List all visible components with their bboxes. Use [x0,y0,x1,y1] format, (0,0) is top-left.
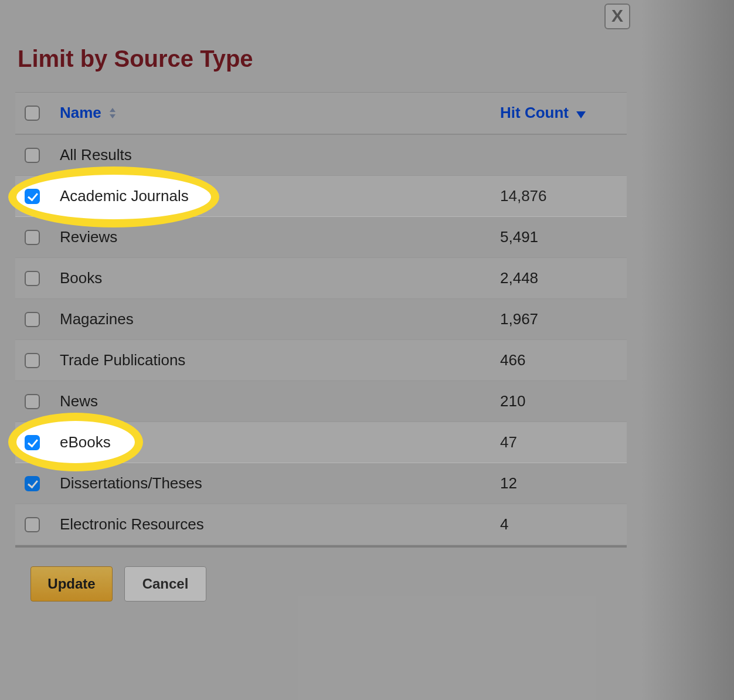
modal-title: Limit by Source Type [0,0,642,92]
column-header-name[interactable]: Name [60,104,500,123]
row-checkbox[interactable] [25,394,40,409]
row-hit-count: 2,448 [500,269,617,287]
row-hit-count: 14,876 [500,187,617,205]
source-type-modal: X Limit by Source Type Name Hit Count Al… [0,0,642,637]
row-hit-count: 47 [500,433,617,451]
row-checkbox[interactable] [25,312,40,327]
sort-both-icon [109,104,116,123]
table-row: Electronic Resources4 [15,504,627,545]
column-header-name-label: Name [60,104,101,121]
row-checkbox[interactable] [25,353,40,368]
row-name: All Results [60,146,500,164]
row-name: Reviews [60,228,500,246]
row-checkbox[interactable] [25,189,40,204]
column-header-hit-count[interactable]: Hit Count [500,104,617,123]
update-button[interactable]: Update [30,566,113,602]
row-hit-count: 5,491 [500,228,617,246]
table-header: Name Hit Count [15,93,627,135]
table-row: eBooks47 [15,422,627,463]
table-row: Dissertations/Theses12 [15,463,627,504]
row-name: Dissertations/Theses [60,474,500,492]
row-checkbox[interactable] [25,230,40,245]
row-checkbox[interactable] [25,476,40,491]
source-type-table: Name Hit Count All ResultsAcademic Journ… [15,92,627,545]
row-hit-count: 4 [500,515,617,534]
svg-marker-0 [110,108,115,112]
row-checkbox[interactable] [25,271,40,286]
row-name: Trade Publications [60,351,500,369]
row-hit-count: 210 [500,392,617,410]
button-row: Update Cancel [0,548,642,637]
close-button[interactable]: X [604,4,630,29]
row-name: Magazines [60,310,500,328]
table-row: Magazines1,967 [15,299,627,340]
table-row: Trade Publications466 [15,340,627,381]
row-checkbox[interactable] [25,148,40,163]
column-header-hit-count-label: Hit Count [500,104,569,121]
row-name: News [60,392,500,410]
row-name: Electronic Resources [60,515,500,534]
row-name: eBooks [60,433,500,451]
row-hit-count: 12 [500,474,617,492]
svg-marker-2 [576,111,586,118]
sort-desc-icon [576,104,586,123]
table-row: Academic Journals14,876 [15,176,627,217]
row-name: Books [60,269,500,287]
row-hit-count: 1,967 [500,310,617,328]
select-all-checkbox[interactable] [25,106,40,121]
svg-marker-1 [110,114,115,118]
row-checkbox[interactable] [25,517,40,532]
row-hit-count: 466 [500,351,617,369]
row-name: Academic Journals [60,187,500,205]
side-shadow [640,0,734,700]
table-row: Books2,448 [15,258,627,299]
row-checkbox[interactable] [25,435,40,450]
cancel-button[interactable]: Cancel [124,566,206,602]
